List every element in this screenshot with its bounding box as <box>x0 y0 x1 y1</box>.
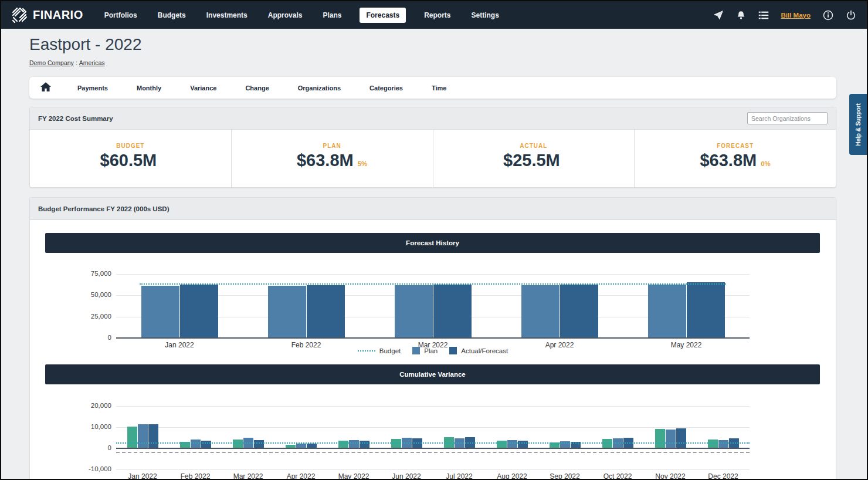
y-axis-tick-label: 0 <box>81 334 111 341</box>
nav-item-investments[interactable]: Investments <box>204 8 250 23</box>
breadcrumb: Demo Company:Americas <box>29 59 105 66</box>
nav-item-forecasts[interactable]: Forecasts <box>360 8 406 23</box>
budget-performance-title: Budget Performance FY 2022 (000s USD) <box>38 205 169 212</box>
nav-item-portfolios[interactable]: Portfolios <box>102 8 140 23</box>
tab-change[interactable]: Change <box>245 84 269 92</box>
zero-axis-line <box>116 337 750 339</box>
reference-line <box>116 442 750 444</box>
reference-line <box>116 452 750 453</box>
gridline <box>116 469 750 470</box>
bar <box>521 285 560 338</box>
zero-axis-line <box>116 448 750 449</box>
bar <box>127 427 137 448</box>
cost-summary-card: FY 2022 Cost Summary BUDGET $60.5M PLAN … <box>29 107 836 188</box>
bar <box>191 440 201 448</box>
nav-item-settings[interactable]: Settings <box>469 8 501 23</box>
bar <box>233 440 243 448</box>
metric-plan-label: PLAN <box>323 143 341 149</box>
cost-summary-title: FY 2022 Cost Summary <box>38 115 113 122</box>
cumulative-variance-band: Cumulative Variance <box>45 364 820 384</box>
bar <box>268 286 306 338</box>
metric-plan-value: $63.8M <box>297 151 354 170</box>
metric-plan-delta: 5% <box>358 160 368 167</box>
brand[interactable]: FINARIO <box>12 7 83 23</box>
x-axis-category-label: Oct 2022 <box>588 472 647 480</box>
tab-time[interactable]: Time <box>432 84 446 92</box>
bar <box>138 424 148 448</box>
help-support-tab[interactable]: Help & Support <box>849 94 867 155</box>
tab-categories[interactable]: Categories <box>369 84 403 92</box>
legend-actual-forecast-label: Actual/Forecast <box>461 347 508 354</box>
x-axis-category-label: Feb 2022 <box>166 472 225 480</box>
breadcrumb-region-link[interactable]: Americas <box>79 59 105 66</box>
bell-icon[interactable] <box>736 10 746 21</box>
gridline <box>116 427 750 428</box>
metric-forecast: FORECAST $63.8M0% <box>634 130 836 188</box>
metric-actual-label: ACTUAL <box>520 143 547 149</box>
x-axis-category-label: Dec 2022 <box>694 472 752 480</box>
tab-variance[interactable]: Variance <box>190 84 216 92</box>
nav-item-reports[interactable]: Reports <box>422 8 453 23</box>
cumulative-variance-chart: -10,000010,00020,000Jan 2022Feb 2022Mar … <box>116 406 750 469</box>
legend-budget-label: Budget <box>379 347 401 354</box>
metric-forecast-label: FORECAST <box>717 143 754 149</box>
x-axis-category-label: Aug 2022 <box>483 472 541 480</box>
page-title: Eastport - 2022 <box>29 35 141 54</box>
metric-budget-label: BUDGET <box>116 143 144 149</box>
info-icon[interactable] <box>823 10 833 21</box>
view-tab-bar: Payments Monthly Variance Change Organiz… <box>29 77 836 99</box>
x-axis-category-label: May 2022 <box>324 472 383 480</box>
budget-performance-header: Budget Performance FY 2022 (000s USD) <box>30 198 836 220</box>
y-axis-tick-label: 10,000 <box>81 423 111 430</box>
x-axis-category-label: Jan 2022 <box>113 472 172 480</box>
search-organizations-input[interactable] <box>747 112 828 124</box>
bar <box>395 285 433 338</box>
send-icon[interactable] <box>713 10 724 21</box>
forecast-history-legend: Budget Plan Actual/Forecast <box>116 347 750 354</box>
x-axis-category-label: Jun 2022 <box>377 472 436 480</box>
bar <box>180 285 218 338</box>
help-support-label: Help & Support <box>855 103 862 146</box>
metric-actual: ACTUAL $25.5M <box>433 130 635 188</box>
nav-item-budgets[interactable]: Budgets <box>155 8 188 23</box>
forecast-history-band: Forecast History <box>45 233 820 253</box>
nav-item-plans[interactable]: Plans <box>320 8 344 23</box>
bar <box>360 441 369 448</box>
budget-line-swatch <box>358 350 375 351</box>
metrics-row: BUDGET $60.5M PLAN $63.8M5% ACTUAL $25.5… <box>30 130 836 188</box>
bar <box>507 440 517 448</box>
home-icon <box>40 82 52 94</box>
tab-organizations[interactable]: Organizations <box>298 84 341 92</box>
legend-item-actual-forecast: Actual/Forecast <box>449 347 508 354</box>
nav-item-approvals[interactable]: Approvals <box>266 8 305 23</box>
y-axis-tick-label: 25,000 <box>81 313 111 320</box>
metric-plan: PLAN $63.8M5% <box>231 130 433 188</box>
metric-forecast-value: $63.8M <box>700 151 757 170</box>
cost-summary-header: FY 2022 Cost Summary <box>30 107 836 130</box>
tab-monthly[interactable]: Monthly <box>137 84 161 92</box>
bar <box>602 439 612 448</box>
bar <box>307 285 345 338</box>
x-axis-category-label: Apr 2022 <box>272 472 330 480</box>
nav-right: Bill Mayo <box>713 10 856 21</box>
legend-item-plan: Plan <box>412 347 438 354</box>
power-icon[interactable] <box>846 10 856 21</box>
bar <box>148 424 158 448</box>
breadcrumb-separator: : <box>76 59 77 66</box>
user-link[interactable]: Bill Mayo <box>781 12 811 19</box>
y-axis-tick-label: 75,000 <box>81 270 111 277</box>
bar <box>391 439 401 448</box>
x-axis-category-label: Mar 2022 <box>219 472 277 480</box>
list-icon[interactable] <box>758 11 769 20</box>
top-nav: FINARIO Portfolios Budgets Investments A… <box>1 1 867 29</box>
tab-payments[interactable]: Payments <box>77 84 108 92</box>
home-tab[interactable] <box>40 82 52 94</box>
actual-forecast-swatch <box>449 347 457 354</box>
bar <box>718 440 728 448</box>
y-axis-tick-label: 0 <box>81 444 111 451</box>
gridline <box>116 274 750 275</box>
bar <box>560 285 598 338</box>
metric-forecast-delta: 0% <box>761 160 771 167</box>
y-axis-tick-label: -10,000 <box>81 465 111 472</box>
breadcrumb-company-link[interactable]: Demo Company <box>29 59 74 66</box>
